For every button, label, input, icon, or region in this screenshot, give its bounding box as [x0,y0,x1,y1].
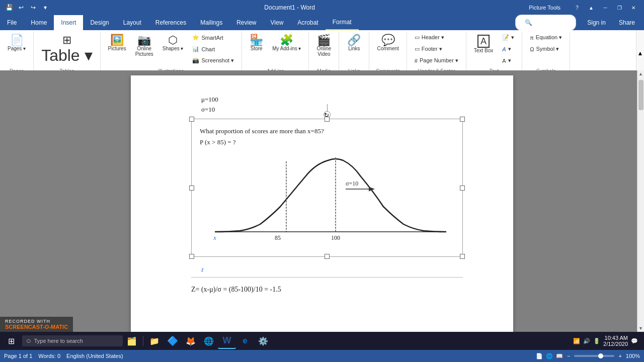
zoom-plus-button[interactable]: + [618,353,621,359]
chart-icon: 📊 [192,46,199,52]
chrome-button[interactable]: 🌐 [200,333,218,349]
scroll-up-button[interactable]: ▲ [637,70,645,77]
status-bar: Page 1 of 1 Words: 0 English (United Sta… [0,350,644,362]
page-number-button[interactable]: # Page Number ▾ [411,55,462,66]
start-button[interactable]: ⊞ [2,333,20,349]
ribbon-tab-bar: File Home Insert Design Layout Reference… [0,15,644,30]
comment-button[interactable]: 💬 Comment [373,32,402,54]
pages-label: Pages ▾ [8,46,26,51]
chart-container[interactable]: ↻ What proportion of scores are more tha… [191,119,463,257]
tab-view[interactable]: View [264,15,291,30]
pictures-label: Pictures [108,46,126,51]
restore-button[interactable]: ❐ [613,3,626,13]
handle-top-left[interactable] [189,117,194,122]
cortana-button[interactable]: 🔷 [164,333,182,349]
document-page[interactable]: μ=100 σ=10 ↻ What proportion of [131,75,513,332]
group-pages: 📄 Pages ▾ Pages [0,32,34,74]
search-bar[interactable]: ○ Type here to search [22,335,123,346]
web-view-button[interactable]: 🌐 [546,353,553,359]
watermark-line2: SCREENCAST-O-MATIC [5,324,68,330]
zoom-minus-button[interactable]: − [567,353,570,359]
tab-mailings[interactable]: Mailings [193,15,229,30]
wordart-button[interactable]: A ▾ [499,44,518,54]
symbol-label: Symbol ▾ [536,46,559,52]
ribbon-collapse-button[interactable]: ▲ [585,3,598,13]
text-box-button[interactable]: A Text Box [470,32,497,56]
handle-bottom-right[interactable] [460,254,465,259]
scroll-thumb[interactable] [638,80,643,110]
pictures-button[interactable]: 🖼️ Pictures [105,32,130,54]
svg-text:σ=10: σ=10 [346,180,358,187]
tab-home[interactable]: Home [24,15,54,30]
tell-me-input[interactable]: 🔍 Tell me... [515,15,576,31]
close-button[interactable]: ✕ [627,3,640,13]
pages-button[interactable]: 📄 Pages ▾ [4,32,29,54]
minimize-button[interactable]: ─ [599,3,612,13]
zoom-slider[interactable] [574,355,614,357]
my-addins-button[interactable]: 🧩 My Add-ins ▾ [269,32,304,54]
screenshot-button[interactable]: 📸 Screenshot ▾ [189,55,237,66]
notification-icon[interactable]: 💬 [631,338,638,344]
ribbon-collapse-arrow[interactable]: ▲ [636,30,644,76]
footer-button[interactable]: ▭ Footer ▾ [411,44,462,54]
scroll-down-button[interactable]: ▼ [637,325,645,332]
edge-button[interactable]: e [236,333,254,349]
symbol-button[interactable]: Ω Symbol ▾ [526,44,566,54]
tab-layout[interactable]: Layout [116,15,148,30]
handle-middle-right[interactable] [460,186,465,191]
shapes-button[interactable]: ⬡ Shapes ▾ [159,32,187,54]
status-right: 📄 🌐 📖 − + 100% [536,353,640,359]
zoom-thumb[interactable] [598,353,603,358]
online-pictures-button[interactable]: 📷 Online Pictures [132,32,157,59]
date: 2/12/2020 [603,341,628,347]
handle-top-right[interactable] [460,117,465,122]
help-button[interactable]: ? [571,3,584,13]
equation-button[interactable]: π Equation ▾ [526,32,566,43]
online-video-button[interactable]: 🎬 Online Video [313,32,335,59]
symbols-col: π Equation ▾ Ω Symbol ▾ [526,32,566,54]
save-quick-button[interactable]: 💾 [4,3,14,13]
settings-button[interactable]: ⚙️ [254,333,272,349]
search-text[interactable]: Type here to search [34,338,83,344]
handle-middle-left[interactable] [189,186,194,191]
firefox-button[interactable]: 🦊 [182,333,200,349]
tab-insert[interactable]: Insert [54,15,83,30]
tab-acrobat[interactable]: Acrobat [290,15,325,30]
share-button[interactable]: Share [615,17,639,28]
explorer-button[interactable]: 📁 [145,333,164,349]
store-button[interactable]: 🏪 Store [246,32,267,54]
task-view-button[interactable]: 🗂️ [123,333,141,349]
handle-top-center[interactable] [325,117,330,122]
smart-col: ⭐ SmartArt 📊 Chart 📸 Screenshot ▾ [189,32,237,66]
word-button[interactable]: W [218,333,236,349]
tab-review[interactable]: Review [229,15,263,30]
language: English (United States) [66,353,123,359]
customize-quick-button[interactable]: ▾ [40,3,50,13]
tab-file[interactable]: File [0,15,24,30]
undo-quick-button[interactable]: ↩ [16,3,26,13]
handle-bottom-center[interactable] [325,254,330,259]
smartart-label: SmartArt [201,35,223,41]
chart-button[interactable]: 📊 Chart [189,44,237,54]
read-view-button[interactable]: 📖 [556,353,563,359]
quick-parts-button[interactable]: 📝 ▾ [499,32,518,43]
tab-references[interactable]: References [148,15,193,30]
table-button[interactable]: ⊞ Table ▾ [38,32,96,67]
word-count: Words: 0 [38,353,60,359]
redo-quick-button[interactable]: ↪ [28,3,38,13]
group-symbols-items: π Equation ▾ Ω Symbol ▾ [526,32,566,67]
footer-icon: ▭ [415,46,420,52]
handle-bottom-left[interactable] [189,254,194,259]
sign-in-button[interactable]: Sign in [583,17,610,28]
equation-label: Equation ▾ [536,34,562,41]
tab-design[interactable]: Design [83,15,116,30]
scroll-track[interactable] [637,77,644,325]
print-view-button[interactable]: 📄 [536,353,543,359]
network-icon: 📶 [573,338,580,344]
links-button[interactable]: 🔗 Links [344,32,364,54]
zoom-level[interactable]: 100% [626,353,640,359]
tab-format[interactable]: Format [326,15,359,30]
smartart-button[interactable]: ⭐ SmartArt [189,32,237,43]
dropcap-button[interactable]: A ▾ [499,55,518,66]
header-button[interactable]: ▭ Header ▾ [411,32,462,43]
